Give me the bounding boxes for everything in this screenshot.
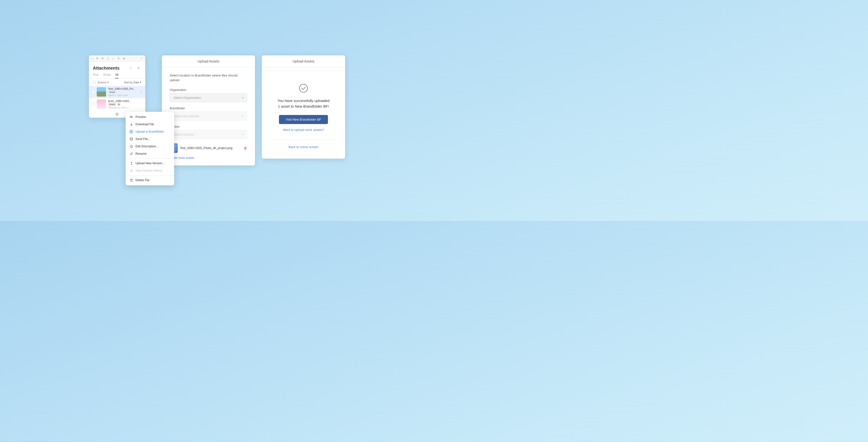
more-options-icon-1[interactable]: ⋮ xyxy=(140,90,143,94)
section-select[interactable]: Select Section ▾ xyxy=(170,130,247,139)
attachment-date-1: March 1, 2022, 9:09 xyxy=(108,94,137,96)
spreadsheet-toolbar: ≡ · $ · % · 1 · ⌕ · .0 · ⊞ · ⤢ xyxy=(89,55,145,62)
brandfolder-chevron-icon: ▾ xyxy=(242,115,244,117)
history-icon xyxy=(130,169,133,172)
help-icon[interactable]: ? xyxy=(128,65,133,71)
toolbar-dollar: $ xyxy=(96,57,98,60)
upload-panel: Upload Assets Select location in Brandfo… xyxy=(162,55,255,165)
menu-item-edit-desc[interactable]: Edit Description... xyxy=(126,143,174,150)
eye-icon xyxy=(130,115,133,119)
attachment-info-1: Test_1080×1920_Pixels_dh_projec... Sheet… xyxy=(108,87,137,96)
toolbar-decimal: 1 xyxy=(107,57,109,60)
toolbar-search: ⌕ xyxy=(112,57,114,60)
success-panel-title: Upload Assets xyxy=(292,59,314,63)
menu-item-upload-brandfolder[interactable]: B Upload to Brandfolder xyxy=(126,128,174,135)
add-more-assets[interactable]: + Add more assets xyxy=(170,156,247,159)
menu-sep-2 xyxy=(126,175,174,176)
section-placeholder: Select Section xyxy=(174,132,194,136)
toolbar-text: ≡ xyxy=(91,57,93,60)
badge-sheet-1: Sheet xyxy=(108,91,116,94)
file-item: Test_1080×1920_Pixels_dh_project.png 🗑 xyxy=(170,143,247,153)
menu-label-upload-version: Upload New Version... xyxy=(135,161,164,165)
tab-sheet[interactable]: Sheet xyxy=(103,73,111,79)
visit-brandfolder-button[interactable]: Visit New Brandfolder BF xyxy=(279,115,328,124)
toolbar-percent: % xyxy=(101,57,103,60)
upload-description: Select location in Brandfolder where fil… xyxy=(170,73,247,82)
close-icon[interactable]: ✕ xyxy=(135,65,141,71)
attachment-badges-1: Sheet xyxy=(108,91,137,94)
tab-all[interactable]: All xyxy=(115,73,118,79)
menu-label-send: Send File... xyxy=(135,137,150,141)
brandfolder-select[interactable]: Select Brandfolder ▾ xyxy=(170,112,247,121)
organization-label: Organization xyxy=(170,88,247,92)
menu-item-send[interactable]: Send File... xyxy=(126,135,174,143)
sort-chevron-icon: ▾ xyxy=(140,81,141,84)
attachment-name-2: test2_1080×1920... xyxy=(108,99,143,102)
home-link[interactable]: Back to home screen xyxy=(288,145,318,149)
toolbar-grid: ⊞ xyxy=(123,57,125,60)
attachment-info-2: test2_1080×1920... Sheet B February 22, … xyxy=(108,99,143,109)
menu-label-preview: Preview xyxy=(135,115,146,119)
badge-b-2: B xyxy=(117,103,121,106)
menu-label-edit-desc: Edit Description... xyxy=(135,145,158,148)
brandfolder-icon: B xyxy=(130,130,133,134)
section-label: Section xyxy=(170,125,247,128)
actions-chevron-icon: ▾ xyxy=(107,81,109,84)
trash-icon xyxy=(130,178,133,182)
menu-item-delete[interactable]: Delete File xyxy=(126,177,174,184)
upload-panel-title: Upload Assets xyxy=(197,59,219,63)
upload-more-link[interactable]: Want to upload more assets? xyxy=(283,128,324,131)
attachment-badges-2: Sheet B xyxy=(108,103,143,106)
svg-point-4 xyxy=(300,84,308,92)
toolbar-format: .0 xyxy=(117,57,119,60)
file-name: Test_1080×1920_Pixels_dh_project.png xyxy=(180,146,241,150)
pencil-icon xyxy=(130,152,133,155)
menu-label-rename: Rename xyxy=(135,152,147,155)
menu-label-delete: Delete File xyxy=(135,178,149,182)
attachment-date-2: February 22, 2022, 4 xyxy=(108,107,143,109)
tab-row[interactable]: Row xyxy=(93,73,99,79)
upload-panel-header: Upload Assets xyxy=(162,55,255,67)
download-icon xyxy=(130,123,133,126)
sort-dropdown[interactable]: Sort by Date ▾ xyxy=(124,81,141,84)
diamond-icon xyxy=(115,112,119,116)
attachment-item-2[interactable]: test2_1080×1920... Sheet B February 22, … xyxy=(89,98,145,110)
select-all-checkbox[interactable] xyxy=(93,81,96,84)
expand-button[interactable]: ⤢ xyxy=(141,57,143,60)
svg-rect-2 xyxy=(130,138,132,140)
menu-item-version-history: View Version History xyxy=(126,167,174,174)
attachment-item-1[interactable]: Test_1080×1920_Pixels_dh_projec... Sheet… xyxy=(89,86,145,98)
organization-placeholder: Select Organization xyxy=(174,96,201,99)
section-group: Section Select Section ▾ xyxy=(170,125,247,139)
menu-item-preview[interactable]: Preview xyxy=(126,113,174,121)
item-checkbox-1[interactable] xyxy=(92,90,95,93)
menu-label-download: Download File xyxy=(135,123,154,126)
menu-label-upload-brandfolder: Upload to Brandfolder xyxy=(135,130,164,134)
attachments-title: Attachments xyxy=(93,66,126,71)
upload-icon xyxy=(130,161,133,165)
menu-item-download[interactable]: Download File xyxy=(126,121,174,128)
attachments-header: Attachments ? ✕ xyxy=(89,62,145,71)
panels-container: ≡ · $ · % · 1 · ⌕ · .0 · ⊞ · ⤢ Attachmen… xyxy=(89,55,345,165)
menu-item-upload-version[interactable]: Upload New Version... xyxy=(126,159,174,167)
actions-dropdown[interactable]: Actions ▾ xyxy=(98,81,109,84)
brandfolder-label: Brandfolder xyxy=(170,107,247,110)
svg-point-1 xyxy=(131,117,132,118)
circle-info-icon xyxy=(130,145,133,148)
item-checkbox-2[interactable] xyxy=(92,103,95,106)
attachments-panel: ≡ · $ · % · 1 · ⌕ · .0 · ⊞ · ⤢ Attachmen… xyxy=(89,55,145,118)
menu-item-rename[interactable]: Rename xyxy=(126,150,174,157)
file-delete-icon[interactable]: 🗑 xyxy=(244,146,247,150)
organization-select[interactable]: Select Organization ▾ xyxy=(170,93,247,102)
brandfolder-placeholder: Select Brandfolder xyxy=(174,114,199,118)
success-check-icon xyxy=(299,83,308,93)
organization-group: Organization Select Organization ▾ xyxy=(170,88,247,102)
attachments-actions: Actions ▾ Sort by Date ▾ xyxy=(89,79,145,86)
attachments-tabs: Row Sheet All xyxy=(89,71,145,79)
success-panel-body: You have successfully uploaded 1 asset t… xyxy=(262,73,345,158)
success-panel: Upload Assets You have successfully uplo… xyxy=(262,55,345,158)
brandfolder-group: Brandfolder Select Brandfolder ▾ xyxy=(170,107,247,121)
attachment-thumb-2 xyxy=(97,99,106,109)
attachment-name-1: Test_1080×1920_Pixels_dh_projec... xyxy=(108,87,137,90)
email-icon xyxy=(130,137,133,141)
